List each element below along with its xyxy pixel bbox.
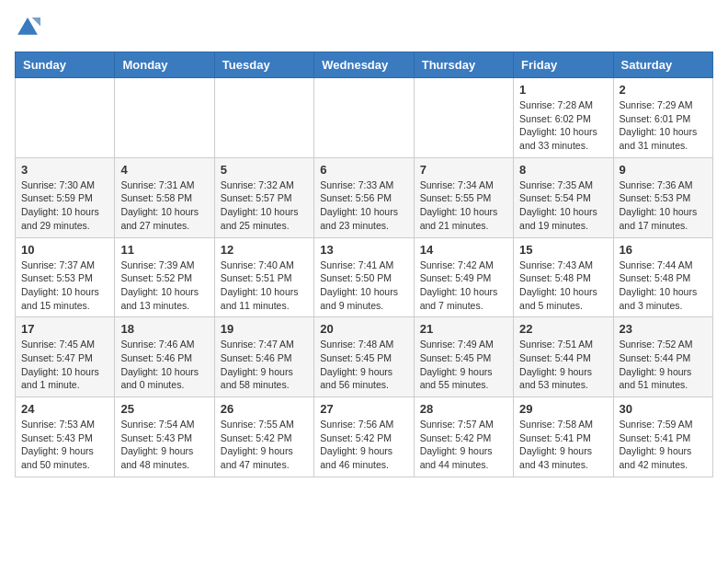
day-info: Sunrise: 7:58 AM Sunset: 5:41 PM Dayligh… [519, 418, 607, 472]
calendar-cell: 6Sunrise: 7:33 AM Sunset: 5:56 PM Daylig… [314, 157, 414, 237]
day-number: 28 [420, 402, 507, 416]
calendar-cell: 17Sunrise: 7:45 AM Sunset: 5:47 PM Dayli… [16, 317, 115, 397]
calendar-week-row: 24Sunrise: 7:53 AM Sunset: 5:43 PM Dayli… [16, 397, 713, 477]
day-info: Sunrise: 7:32 AM Sunset: 5:57 PM Dayligh… [221, 178, 308, 233]
day-info: Sunrise: 7:44 AM Sunset: 5:48 PM Dayligh… [620, 259, 707, 313]
day-info: Sunrise: 7:49 AM Sunset: 5:45 PM Dayligh… [420, 338, 507, 392]
calendar-cell: 30Sunrise: 7:59 AM Sunset: 5:41 PM Dayli… [613, 397, 712, 477]
calendar-header-row: SundayMondayTuesdayWednesdayThursdayFrid… [16, 52, 713, 78]
day-header-thursday: Thursday [414, 52, 513, 78]
day-info: Sunrise: 7:56 AM Sunset: 5:42 PM Dayligh… [320, 418, 407, 472]
calendar-week-row: 17Sunrise: 7:45 AM Sunset: 5:47 PM Dayli… [16, 317, 713, 397]
day-info: Sunrise: 7:46 AM Sunset: 5:46 PM Dayligh… [120, 338, 208, 392]
day-number: 15 [519, 243, 607, 257]
day-number: 16 [620, 243, 707, 257]
day-info: Sunrise: 7:42 AM Sunset: 5:49 PM Dayligh… [420, 259, 507, 313]
calendar-cell: 7Sunrise: 7:34 AM Sunset: 5:55 PM Daylig… [414, 157, 513, 237]
day-header-monday: Monday [115, 52, 214, 78]
calendar-cell: 13Sunrise: 7:41 AM Sunset: 5:50 PM Dayli… [314, 237, 414, 317]
day-number: 17 [21, 322, 108, 336]
day-info: Sunrise: 7:45 AM Sunset: 5:47 PM Dayligh… [21, 338, 108, 392]
day-number: 14 [420, 243, 507, 257]
day-info: Sunrise: 7:34 AM Sunset: 5:55 PM Dayligh… [420, 178, 507, 233]
day-info: Sunrise: 7:43 AM Sunset: 5:48 PM Dayligh… [519, 259, 607, 313]
day-info: Sunrise: 7:36 AM Sunset: 5:53 PM Dayligh… [620, 178, 707, 233]
day-info: Sunrise: 7:29 AM Sunset: 6:01 PM Dayligh… [620, 98, 707, 153]
day-number: 26 [221, 402, 308, 416]
calendar-week-row: 1Sunrise: 7:28 AM Sunset: 6:02 PM Daylig… [16, 78, 713, 158]
day-header-tuesday: Tuesday [214, 52, 313, 78]
calendar-cell [214, 78, 313, 158]
day-info: Sunrise: 7:40 AM Sunset: 5:51 PM Dayligh… [221, 259, 308, 313]
calendar-table: SundayMondayTuesdayWednesdayThursdayFrid… [15, 52, 713, 477]
day-number: 29 [519, 402, 607, 416]
day-number: 2 [620, 83, 707, 97]
day-number: 3 [21, 163, 108, 177]
logo [15, 15, 44, 40]
calendar-cell: 4Sunrise: 7:31 AM Sunset: 5:58 PM Daylig… [115, 157, 214, 237]
calendar-cell: 23Sunrise: 7:52 AM Sunset: 5:44 PM Dayli… [613, 317, 712, 397]
day-number: 9 [620, 163, 707, 177]
calendar-cell: 3Sunrise: 7:30 AM Sunset: 5:59 PM Daylig… [16, 157, 115, 237]
calendar-cell [314, 78, 414, 158]
day-number: 30 [620, 402, 707, 416]
calendar-cell [115, 78, 214, 158]
day-number: 24 [21, 402, 108, 416]
day-number: 4 [120, 163, 208, 177]
day-number: 12 [221, 243, 308, 257]
day-number: 6 [320, 163, 407, 177]
calendar-cell: 27Sunrise: 7:56 AM Sunset: 5:42 PM Dayli… [314, 397, 414, 477]
calendar-cell: 25Sunrise: 7:54 AM Sunset: 5:43 PM Dayli… [115, 397, 214, 477]
day-info: Sunrise: 7:41 AM Sunset: 5:50 PM Dayligh… [320, 259, 407, 313]
page-header [15, 15, 713, 40]
calendar-cell: 5Sunrise: 7:32 AM Sunset: 5:57 PM Daylig… [214, 157, 313, 237]
day-number: 25 [120, 402, 208, 416]
calendar-week-row: 10Sunrise: 7:37 AM Sunset: 5:53 PM Dayli… [16, 237, 713, 317]
day-info: Sunrise: 7:51 AM Sunset: 5:44 PM Dayligh… [519, 338, 607, 392]
day-info: Sunrise: 7:48 AM Sunset: 5:45 PM Dayligh… [320, 338, 407, 392]
calendar-cell: 28Sunrise: 7:57 AM Sunset: 5:42 PM Dayli… [414, 397, 513, 477]
day-info: Sunrise: 7:31 AM Sunset: 5:58 PM Dayligh… [120, 178, 208, 233]
calendar-cell: 10Sunrise: 7:37 AM Sunset: 5:53 PM Dayli… [16, 237, 115, 317]
day-info: Sunrise: 7:33 AM Sunset: 5:56 PM Dayligh… [320, 178, 407, 233]
calendar-cell: 8Sunrise: 7:35 AM Sunset: 5:54 PM Daylig… [514, 157, 613, 237]
day-info: Sunrise: 7:55 AM Sunset: 5:42 PM Dayligh… [221, 418, 308, 472]
day-number: 10 [21, 243, 108, 257]
day-number: 27 [320, 402, 407, 416]
calendar-cell [16, 78, 115, 158]
day-number: 5 [221, 163, 308, 177]
logo-icon [15, 15, 40, 40]
day-info: Sunrise: 7:53 AM Sunset: 5:43 PM Dayligh… [21, 418, 108, 472]
day-number: 8 [519, 163, 607, 177]
calendar-cell: 12Sunrise: 7:40 AM Sunset: 5:51 PM Dayli… [214, 237, 313, 317]
calendar-cell: 21Sunrise: 7:49 AM Sunset: 5:45 PM Dayli… [414, 317, 513, 397]
calendar-week-row: 3Sunrise: 7:30 AM Sunset: 5:59 PM Daylig… [16, 157, 713, 237]
day-number: 20 [320, 322, 407, 336]
day-number: 13 [320, 243, 407, 257]
day-info: Sunrise: 7:52 AM Sunset: 5:44 PM Dayligh… [620, 338, 707, 392]
day-number: 19 [221, 322, 308, 336]
day-info: Sunrise: 7:54 AM Sunset: 5:43 PM Dayligh… [120, 418, 208, 472]
calendar-cell: 11Sunrise: 7:39 AM Sunset: 5:52 PM Dayli… [115, 237, 214, 317]
day-info: Sunrise: 7:57 AM Sunset: 5:42 PM Dayligh… [420, 418, 507, 472]
day-info: Sunrise: 7:59 AM Sunset: 5:41 PM Dayligh… [620, 418, 707, 472]
svg-marker-1 [32, 17, 40, 26]
day-number: 7 [420, 163, 507, 177]
day-header-saturday: Saturday [613, 52, 712, 78]
day-number: 22 [519, 322, 607, 336]
calendar-cell [414, 78, 513, 158]
calendar-cell: 26Sunrise: 7:55 AM Sunset: 5:42 PM Dayli… [214, 397, 313, 477]
calendar-cell: 22Sunrise: 7:51 AM Sunset: 5:44 PM Dayli… [514, 317, 613, 397]
day-info: Sunrise: 7:35 AM Sunset: 5:54 PM Dayligh… [519, 178, 607, 233]
calendar-cell: 24Sunrise: 7:53 AM Sunset: 5:43 PM Dayli… [16, 397, 115, 477]
day-header-sunday: Sunday [16, 52, 115, 78]
calendar-cell: 2Sunrise: 7:29 AM Sunset: 6:01 PM Daylig… [613, 78, 712, 158]
calendar-cell: 20Sunrise: 7:48 AM Sunset: 5:45 PM Dayli… [314, 317, 414, 397]
day-number: 21 [420, 322, 507, 336]
day-number: 1 [519, 83, 607, 97]
calendar-cell: 19Sunrise: 7:47 AM Sunset: 5:46 PM Dayli… [214, 317, 313, 397]
calendar-cell: 9Sunrise: 7:36 AM Sunset: 5:53 PM Daylig… [613, 157, 712, 237]
day-info: Sunrise: 7:30 AM Sunset: 5:59 PM Dayligh… [21, 178, 108, 233]
day-info: Sunrise: 7:47 AM Sunset: 5:46 PM Dayligh… [221, 338, 308, 392]
calendar-cell: 16Sunrise: 7:44 AM Sunset: 5:48 PM Dayli… [613, 237, 712, 317]
